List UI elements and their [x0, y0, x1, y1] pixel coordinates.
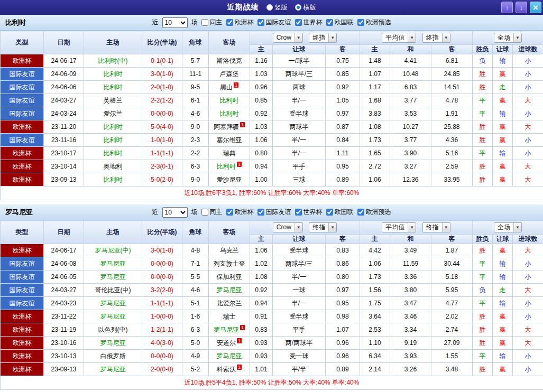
away-team-cell[interactable]: 瑞士 [209, 310, 250, 323]
bookmaker-select[interactable]: Crow▼ [273, 222, 303, 232]
layout-radio-vertical[interactable]: 竖版 [266, 3, 288, 12]
filter-league-euroqualifier[interactable]: 欧洲预选 [357, 208, 391, 217]
score-cell[interactable]: 2-3(0-1) [142, 160, 182, 173]
score-cell[interactable]: 3-2(2-0) [142, 284, 182, 297]
score-cell[interactable]: 2-0(1-0) [142, 81, 182, 94]
away-team-cell[interactable]: 比利时 [209, 94, 250, 107]
close-button[interactable]: ✕ [530, 2, 541, 13]
score-cell[interactable]: 0-0(0-0) [142, 257, 182, 270]
same-home-checkbox[interactable] [201, 19, 208, 26]
home-team-cell[interactable]: 英格兰 [84, 94, 142, 107]
home-team-cell[interactable]: 罗马尼亚 [84, 337, 142, 350]
home-team-cell[interactable]: 比利时 [84, 134, 142, 147]
filter-league-friendly[interactable]: 国际友谊 [257, 18, 291, 27]
score-cell[interactable]: 1-0(0-0) [142, 310, 182, 323]
worldcup-checkbox[interactable] [295, 209, 302, 216]
filter-league-nationsleague[interactable]: 欧国联 [326, 18, 354, 27]
filter-league-worldcup[interactable]: 世界杯 [295, 208, 323, 217]
home-team-cell[interactable]: 白俄罗斯 [84, 350, 142, 363]
final-odds-select2[interactable]: 终指▼ [422, 33, 450, 43]
away-team-cell[interactable]: 罗马尼亚 [209, 350, 250, 363]
scroll-up-button[interactable]: ↑ [501, 2, 513, 13]
recent-count-select[interactable]: 10 [162, 17, 188, 28]
away-team-cell[interactable]: 安道尔1 [209, 337, 250, 350]
score-cell[interactable]: 1-0(1-0) [142, 134, 182, 147]
score-cell[interactable]: 1-1(1-1) [142, 147, 182, 160]
score-cell[interactable]: 3-0(1-0) [142, 68, 182, 81]
filter-same-home[interactable]: 同主 [201, 208, 223, 217]
home-team-cell[interactable]: 罗马尼亚(中) [84, 244, 142, 257]
away-team-cell[interactable]: 黑山1 [209, 81, 250, 94]
home-team-cell[interactable]: 比利时 [84, 147, 142, 160]
fullmatch-select[interactable]: 全场▼ [494, 33, 522, 43]
recent-count-select[interactable]: 10 [162, 207, 188, 218]
score-cell[interactable]: 4-0(3-0) [142, 337, 182, 350]
score-cell[interactable]: 2-0(0-0) [142, 363, 182, 376]
worldcup-checkbox[interactable] [295, 19, 302, 26]
away-team-cell[interactable]: 比利时 [209, 107, 250, 120]
final-odds-select2[interactable]: 终指▼ [422, 222, 450, 232]
friendly-checkbox[interactable] [257, 209, 264, 216]
away-team-cell[interactable]: 斯洛伐克 [209, 54, 250, 68]
away-team-cell[interactable]: 北爱尔兰 [209, 297, 250, 310]
eurocup-checkbox[interactable] [226, 209, 233, 216]
bookmaker-select[interactable]: Crow▼ [273, 33, 303, 43]
away-team-cell[interactable]: 罗马尼亚1 [209, 323, 250, 337]
score-cell[interactable]: 3-0(1-0) [142, 244, 182, 257]
away-team-cell[interactable]: 爱沙尼亚 [209, 173, 250, 186]
score-cell[interactable]: 1-1(1-1) [142, 297, 182, 310]
away-team-cell[interactable]: 科索沃1 [209, 363, 250, 376]
filter-league-nationsleague[interactable]: 欧国联 [326, 208, 354, 217]
final-odds-select[interactable]: 终指▼ [309, 222, 337, 232]
filter-league-worldcup[interactable]: 世界杯 [295, 18, 323, 27]
filter-same-home[interactable]: 同主 [201, 18, 223, 27]
average-select[interactable]: 平均值▼ [382, 33, 416, 43]
home-team-cell[interactable]: 罗马尼亚 [84, 310, 142, 323]
scroll-down-button[interactable]: ↓ [516, 2, 527, 13]
home-team-cell[interactable]: 比利时 [84, 120, 142, 134]
home-team-cell[interactable]: 罗马尼亚 [84, 297, 142, 310]
score-cell[interactable]: 0-0(0-0) [142, 350, 182, 363]
away-team-cell[interactable]: 乌克兰 [209, 244, 250, 257]
score-cell[interactable]: 2-2(1-2) [142, 94, 182, 107]
filter-league-eurocup[interactable]: 欧洲杯 [226, 208, 254, 217]
home-team-cell[interactable]: 爱尔兰 [84, 107, 142, 120]
away-team-cell[interactable]: 罗马尼亚 [209, 284, 250, 297]
filter-league-friendly[interactable]: 国际友谊 [257, 208, 291, 217]
nationsleague-checkbox[interactable] [326, 19, 333, 26]
euroqualifier-checkbox[interactable] [357, 209, 364, 216]
away-team-cell[interactable]: 卢森堡 [209, 68, 250, 81]
score-cell[interactable]: 5-0(2-0) [142, 173, 182, 186]
home-team-cell[interactable]: 比利时 [84, 173, 142, 186]
average-select[interactable]: 平均值▼ [382, 222, 416, 232]
score-cell[interactable]: 0-0(0-0) [142, 270, 182, 284]
eurocup-checkbox[interactable] [226, 19, 233, 26]
score-cell[interactable]: 0-0(0-0) [142, 107, 182, 120]
score-cell[interactable]: 1-2(1-1) [142, 323, 182, 337]
home-team-cell[interactable]: 奥地利 [84, 160, 142, 173]
same-home-checkbox[interactable] [201, 209, 208, 216]
home-team-cell[interactable]: 哥伦比亚(中) [84, 284, 142, 297]
away-team-cell[interactable]: 塞尔维亚 [209, 134, 250, 147]
home-team-cell[interactable]: 比利时 [84, 68, 142, 81]
away-team-cell[interactable]: 阿塞拜疆1 [209, 120, 250, 134]
fullmatch-select[interactable]: 全场▼ [494, 222, 522, 232]
nationsleague-checkbox[interactable] [326, 209, 333, 216]
euroqualifier-checkbox[interactable] [357, 19, 364, 26]
final-odds-select[interactable]: 终指▼ [309, 33, 337, 43]
away-team-cell[interactable]: 保加利亚 [209, 270, 250, 284]
away-team-cell[interactable]: 比利时1 [209, 160, 250, 173]
home-team-cell[interactable]: 比利时(中) [84, 54, 142, 68]
filter-league-euroqualifier[interactable]: 欧洲预选 [357, 18, 391, 27]
away-team-cell[interactable]: 列支敦士登 [209, 257, 250, 270]
home-team-cell[interactable]: 比利时 [84, 81, 142, 94]
home-team-cell[interactable]: 罗马尼亚 [84, 363, 142, 376]
layout-radio-horizontal[interactable]: 横版 [295, 3, 316, 12]
home-team-cell[interactable]: 罗马尼亚 [84, 257, 142, 270]
home-team-cell[interactable]: 以色列(中) [84, 323, 142, 337]
filter-league-eurocup[interactable]: 欧洲杯 [226, 18, 254, 27]
friendly-checkbox[interactable] [257, 19, 264, 26]
away-team-cell[interactable]: 瑞典 [209, 147, 250, 160]
home-team-cell[interactable]: 罗马尼亚 [84, 270, 142, 284]
score-cell[interactable]: 5-0(4-0) [142, 120, 182, 134]
